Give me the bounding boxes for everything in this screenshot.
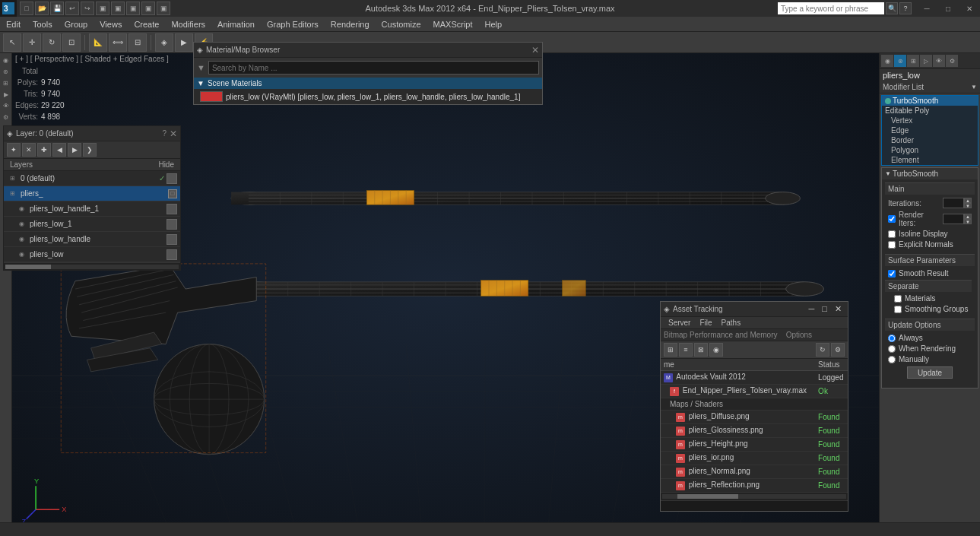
ts-smoothing-check[interactable]: [894, 306, 902, 313]
at-btn-5[interactable]: ↻: [816, 343, 829, 357]
mat-browser-close[interactable]: ✕: [531, 45, 539, 56]
mod-element[interactable]: Element: [882, 155, 978, 165]
layer-hide-low1[interactable]: [167, 219, 177, 230]
layer-hide-low[interactable]: [167, 249, 177, 260]
mat-search-input[interactable]: [208, 61, 539, 75]
ts-always-radio[interactable]: [888, 335, 896, 342]
layer-hide-0[interactable]: [167, 173, 177, 184]
tool-snap[interactable]: 📐: [89, 33, 107, 52]
layer-hide-pliers[interactable]: □: [168, 189, 177, 198]
viewport-label-text[interactable]: [ + ] [ Perspective ] [ Shaded + Edged F…: [15, 55, 169, 63]
tb-save[interactable]: 💾: [50, 2, 64, 15]
layer-item-low[interactable]: ◉ pliers_low: [4, 247, 180, 262]
ts-render-iters-input[interactable]: 2: [943, 214, 964, 224]
ts-iterations-down[interactable]: ▼: [964, 203, 972, 208]
tool-render[interactable]: ▶: [175, 33, 193, 52]
ts-smooth-check[interactable]: [888, 270, 896, 278]
at-close[interactable]: ✕: [832, 304, 845, 314]
ts-render-iters-check[interactable]: [888, 215, 896, 223]
tool-material[interactable]: ◈: [155, 33, 173, 52]
layers-tb-prev[interactable]: ◀: [52, 143, 66, 157]
help-button[interactable]: ?: [899, 2, 912, 14]
table-row[interactable]: m pliers_Glossiness.png Found: [661, 424, 848, 438]
mat-scene-materials-header[interactable]: ▼ Scene Materials: [194, 78, 542, 89]
menu-animation[interactable]: Animation: [211, 17, 261, 32]
tb-open[interactable]: 📂: [35, 2, 49, 15]
at-btn-2[interactable]: ≡: [679, 343, 693, 357]
minimize-button[interactable]: ─: [916, 0, 937, 17]
mod-editablepoly[interactable]: Editable Poly: [882, 106, 978, 116]
at-scrollbar[interactable]: [661, 493, 848, 500]
ts-render-iters-up[interactable]: ▲: [964, 214, 972, 219]
at-menu-file[interactable]: File: [695, 317, 716, 328]
at-btn-3[interactable]: ⊠: [694, 343, 708, 357]
layers-scrollbar[interactable]: [4, 262, 180, 270]
menu-grapheditors[interactable]: Graph Editors: [261, 17, 325, 32]
ts-materials-check[interactable]: [894, 295, 902, 303]
layers-tb-delete[interactable]: ✕: [22, 143, 36, 157]
tool-align[interactable]: ⊟: [128, 33, 147, 52]
modifier-list-dropdown[interactable]: ▼: [971, 84, 977, 90]
layers-scroll-thumb[interactable]: [5, 265, 51, 269]
layer-hide-handle1[interactable]: [167, 204, 177, 214]
lt-create[interactable]: ◉: [1, 55, 11, 65]
tb-undo[interactable]: ↩: [65, 2, 79, 15]
ts-iterations-up[interactable]: ▲: [964, 198, 972, 203]
ri-hierarchy[interactable]: ⊞: [907, 55, 919, 67]
maximize-button[interactable]: □: [937, 0, 959, 17]
at-scroll-thumb[interactable]: [677, 494, 738, 499]
mod-polygon[interactable]: Polygon: [882, 145, 978, 155]
table-row[interactable]: M Autodesk Vault 2012 Logged: [661, 371, 848, 385]
tool-rotate[interactable]: ↻: [43, 33, 61, 52]
ts-manually-radio[interactable]: [888, 356, 896, 363]
tool-scale[interactable]: ⊡: [62, 33, 81, 52]
lt-display[interactable]: 👁: [1, 100, 11, 111]
menu-edit[interactable]: Edit: [0, 17, 27, 32]
mod-edge[interactable]: Edge: [882, 125, 978, 135]
lt-motion[interactable]: ▶: [1, 89, 11, 100]
mod-vertex[interactable]: Vertex: [882, 116, 978, 125]
at-btn-6[interactable]: ⚙: [831, 343, 845, 357]
layer-item-pliers[interactable]: ⊞ pliers_ □: [4, 186, 180, 201]
tb-redo[interactable]: ↪: [81, 2, 94, 15]
tb-3[interactable]: ▣: [126, 2, 140, 15]
tool-move[interactable]: ✛: [23, 33, 41, 52]
menu-group[interactable]: Group: [59, 17, 94, 32]
tool-select[interactable]: ↖: [3, 33, 21, 52]
menu-create[interactable]: Create: [128, 17, 165, 32]
menu-rendering[interactable]: Rendering: [325, 17, 376, 32]
ri-display[interactable]: 👁: [933, 55, 945, 67]
table-row[interactable]: Maps / Shaders: [661, 398, 848, 411]
at-btn-4[interactable]: ◉: [709, 343, 723, 357]
ri-motion[interactable]: ▷: [920, 55, 932, 67]
at-menu-server[interactable]: Server: [664, 317, 695, 328]
search-input[interactable]: [778, 2, 884, 14]
table-row[interactable]: m pliers_Diffuse.png Found: [661, 411, 848, 424]
ts-render-iters-down[interactable]: ▼: [964, 219, 972, 224]
layers-tb-expand[interactable]: ❯: [83, 143, 97, 157]
layer-item-default[interactable]: ⊞ 0 (default) ✓: [4, 171, 180, 186]
layer-item-low1[interactable]: ◉ pliers_low_1: [4, 217, 180, 232]
at-maximize[interactable]: □: [819, 304, 830, 314]
table-row[interactable]: m pliers_Reflection.png Found: [661, 479, 848, 493]
table-row[interactable]: m pliers_Height.png Found: [661, 438, 848, 452]
layer-item-handle[interactable]: ◉ pliers_low_handle: [4, 232, 180, 247]
menu-maxscript[interactable]: MAXScript: [427, 17, 479, 32]
ts-iterations-input[interactable]: 0: [943, 198, 964, 208]
mat-entry-pliers[interactable]: pliers_low (VRayMtl) [pliers_low, pliers…: [194, 89, 542, 104]
tool-mirror[interactable]: ⟺: [109, 33, 127, 52]
layer-item-handle1[interactable]: ◉ pliers_low_handle_1: [4, 201, 180, 217]
tb-new[interactable]: □: [20, 2, 33, 15]
menu-views[interactable]: Views: [94, 17, 128, 32]
search-button[interactable]: 🔍: [886, 2, 898, 14]
lt-modify[interactable]: ⊛: [1, 66, 11, 77]
ri-utilities[interactable]: ⚙: [946, 55, 958, 67]
ts-isoline-check[interactable]: [888, 230, 896, 238]
at-minimize[interactable]: ─: [806, 304, 818, 314]
tb-2[interactable]: ▣: [111, 2, 125, 15]
menu-tools[interactable]: Tools: [27, 17, 59, 32]
tb-4[interactable]: ▣: [141, 2, 155, 15]
lt-utilities[interactable]: ⚙: [1, 112, 11, 122]
tb-1[interactable]: ▣: [96, 2, 109, 15]
tb-5[interactable]: ▣: [157, 2, 170, 15]
